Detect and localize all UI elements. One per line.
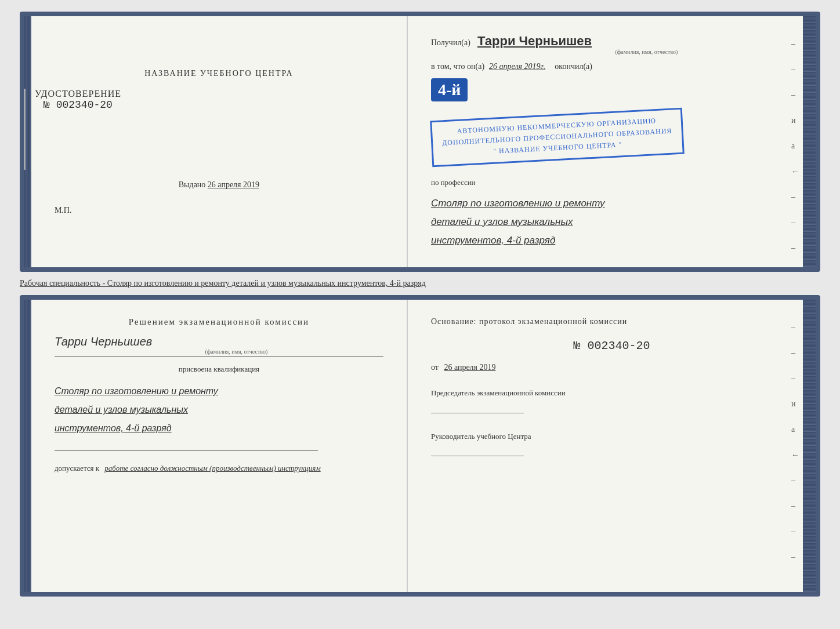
vtom-label: в том, что он(а) xyxy=(431,62,484,71)
mp-label: М.П. xyxy=(55,206,72,215)
profession-block: Столяр по изготовлению и ремонту деталей… xyxy=(431,194,792,250)
prisvoena-label: присвоена квалификация xyxy=(55,365,383,374)
top-cert-title: НАЗВАНИЕ УЧЕБНОГО ЦЕНТРА xyxy=(144,69,293,78)
ot-date-value: 26 апреля 2019 xyxy=(444,363,495,372)
profession-line1: Столяр по изготовлению и ремонту xyxy=(431,194,792,213)
profession-line3: инструментов, 4-й разряд xyxy=(431,231,792,250)
stamp: АВТОНОМНУЮ НЕКОММЕРЧЕСКУЮ ОРГАНИЗАЦИЮ ДО… xyxy=(430,108,684,167)
bottom-certificate: Решением экзаменационной комиссии Тарри … xyxy=(20,295,820,597)
dopuskaetsya-label: допускается к xyxy=(55,464,99,472)
recipient-block: Получил(а) Тарри Черньишев (фамилия, имя… xyxy=(431,34,792,55)
cert-spine-right xyxy=(803,16,816,267)
qual-line1: Столяр по изготовлению и ремонту xyxy=(55,382,383,401)
cert-right-panel: Получил(а) Тарри Черньишев (фамилия, имя… xyxy=(408,16,816,267)
rukovoditel-block: Руководитель учебного Центра xyxy=(431,431,792,459)
decision-title: Решением экзаменационной комиссии xyxy=(55,317,383,327)
udostoverenie-label: УДОСТОВЕРЕНИЕ xyxy=(35,89,121,99)
poluchil-label: Получил(а) xyxy=(431,38,470,47)
rukovoditel-signature-line xyxy=(431,456,524,456)
udostoverenie-block: УДОСТОВЕРЕНИЕ № 002340-20 xyxy=(35,89,121,111)
dopuskaetsya-block: допускается к работе согласно должностны… xyxy=(55,464,383,473)
middle-label: Рабочая специальность - Столяр по изгото… xyxy=(20,277,820,290)
predsedatel-label: Председатель экзаменационной комиссии xyxy=(431,387,792,399)
bottom-spine-left xyxy=(24,300,31,592)
ot-date-block: от 26 апреля 2019 xyxy=(431,363,792,372)
bottom-spine-right xyxy=(803,300,816,592)
dopuskaetsya-work: работе согласно должностным (производств… xyxy=(104,464,320,472)
bottom-right-panel: Основание: протокол экзаменационной коми… xyxy=(408,300,816,592)
year-badge: 4-й xyxy=(431,78,468,101)
predsedatel-block: Председатель экзаменационной комиссии xyxy=(431,387,792,416)
stamp-block: АВТОНОМНУЮ НЕКОММЕРЧЕСКУЮ ОРГАНИЗАЦИЮ ДО… xyxy=(431,108,792,166)
cert-left-panel: НАЗВАНИЕ УЧЕБНОГО ЦЕНТРА УДОСТОВЕРЕНИЕ №… xyxy=(31,16,408,267)
fio-subtitle-top: (фамилия, имя, отчество) xyxy=(501,49,792,55)
dash-marks-bottom: – – – и а ← – – – – xyxy=(791,323,799,562)
photo-placeholder xyxy=(20,89,26,170)
profession-line2: деталей и узлов музыкальных xyxy=(431,213,792,231)
bottom-fio-subtitle: (фамилия, имя, отчество) xyxy=(89,348,383,355)
okonchil-label: окончил(а) xyxy=(555,62,592,71)
bottom-left-panel: Решением экзаменационной комиссии Тарри … xyxy=(31,300,408,592)
dash-marks-top: – – – и а ← – – – xyxy=(791,39,799,253)
bottom-name-block: Тарри Черньишев (фамилия, имя, отчество) xyxy=(55,335,383,357)
bottom-name: Тарри Черньишев xyxy=(55,335,152,348)
predsedatel-signature-line xyxy=(431,413,524,413)
osnovaniye-label: Основание: протокол экзаменационной коми… xyxy=(431,317,792,326)
recipient-name: Тарри Черньишев xyxy=(477,34,592,48)
rukovoditel-label: Руководитель учебного Центра xyxy=(431,431,792,442)
cert-number: № 002340-20 xyxy=(35,99,121,111)
document-container: НАЗВАНИЕ УЧЕБНОГО ЦЕНТРА УДОСТОВЕРЕНИЕ №… xyxy=(20,12,820,597)
vydano-label: Выдано xyxy=(179,180,206,189)
ot-label: от xyxy=(431,363,439,372)
vtom-block: в том, что он(а) 26 апреля 2019г. окончи… xyxy=(431,62,792,71)
separator-line xyxy=(55,450,318,451)
qual-line2: деталей и узлов музыкальных xyxy=(55,401,383,419)
vydano-block: Выдано 26 апреля 2019 xyxy=(179,180,259,190)
vtom-date: 26 апреля 2019г. xyxy=(489,62,545,71)
qual-line3: инструментов, 4-й разряд xyxy=(55,419,383,438)
po-professii: по профессии xyxy=(431,178,792,187)
year-badge-block: 4-й xyxy=(431,78,792,101)
top-certificate: НАЗВАНИЕ УЧЕБНОГО ЦЕНТРА УДОСТОВЕРЕНИЕ №… xyxy=(20,12,820,272)
vydano-date: 26 апреля 2019 xyxy=(208,180,259,189)
qualification-block: Столяр по изготовлению и ремонту деталей… xyxy=(55,382,383,438)
protocol-number: № 002340-20 xyxy=(431,339,792,352)
